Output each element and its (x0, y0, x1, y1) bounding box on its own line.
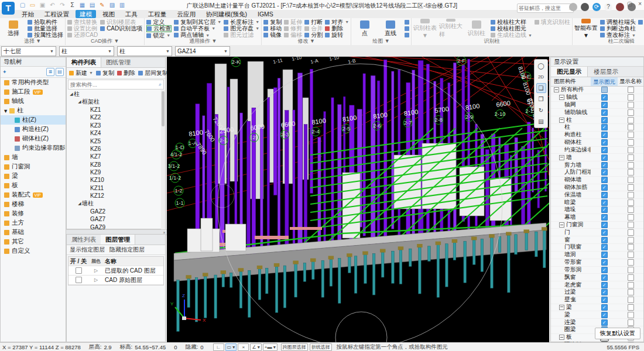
tree-item-KZ2[interactable]: KZ2 (67, 113, 165, 121)
expander-icon[interactable]: ◢ (69, 92, 74, 97)
show-element-checkbox[interactable]: ✓ (601, 94, 608, 101)
2d-icon[interactable]: 2D (536, 72, 546, 82)
show-element-checkbox[interactable]: ✓ (601, 274, 608, 281)
ribbon-button-点[interactable]: 点 (353, 19, 376, 39)
show-element-checkbox[interactable]: ✓ (601, 207, 608, 213)
ribbon-group-label[interactable]: 修改 ▼ (262, 37, 351, 45)
sidebar-item-板[interactable]: 板 (1, 181, 66, 190)
sidebar-item-梁[interactable]: 梁 (1, 171, 66, 181)
sidebar-item-自定义[interactable]: 自定义 (1, 246, 66, 256)
show-name-checkbox[interactable] (628, 274, 634, 281)
layer-row[interactable]: ▷已提取的 CAD 图层 (68, 266, 163, 276)
toolbar-button-新建[interactable]: 新建▼ (69, 70, 93, 76)
category-dropdown[interactable]: 柱▼ (59, 46, 114, 56)
sidebar-item-施工段[interactable]: 施工段VIP (1, 87, 66, 97)
expander-icon[interactable]: ◢ (77, 99, 82, 104)
ribbon-button-识别柱大样[interactable]: 识别柱大样 (439, 19, 463, 39)
show-element-checkbox[interactable]: ✓ (601, 282, 608, 288)
undo-icon[interactable]: ↶ (49, 1, 56, 9)
sidebar-item-柱[interactable]: ▾柱 (1, 106, 66, 115)
panel-view-icon[interactable]: ▤ (56, 68, 64, 76)
collapse-icon[interactable] (554, 87, 559, 92)
ribbon-item-填充识别柱[interactable]: 填充识别柱 (535, 19, 570, 25)
show-name-checkbox[interactable] (628, 237, 634, 243)
save-icon[interactable]: ▣ (39, 1, 46, 9)
sidebar-item-柱(Z)[interactable]: 柱(Z) (1, 115, 66, 125)
tab-构件列表[interactable]: 构件列表 (67, 57, 101, 67)
ribbon-group-label[interactable]: 选择 ▼ (0, 37, 65, 45)
show-element-checkbox[interactable]: ✓ (601, 154, 608, 161)
collapse-icon[interactable] (559, 155, 564, 160)
tab-建模[interactable]: 建模 (76, 10, 96, 18)
tree-item-KZ3[interactable]: KZ3 (67, 122, 165, 129)
show-element-checkbox[interactable]: ✓ (601, 132, 608, 138)
sidebar-item-常用构件类型[interactable]: 常用构件类型 (1, 78, 66, 87)
ribbon-group-label[interactable]: 绘图 ▼ (351, 37, 411, 45)
tree-item-KZ7[interactable]: KZ7 (67, 153, 165, 160)
show-name-checkbox[interactable] (628, 154, 634, 161)
show-element-checkbox[interactable]: ✓ (601, 192, 608, 198)
tree-item-GAZ2[interactable]: GAZ2 (67, 208, 165, 215)
toolbar-button-删除[interactable]: 删除 (117, 70, 135, 76)
tree-item-KZ8[interactable]: KZ8 (67, 161, 165, 168)
collapse-icon[interactable] (559, 222, 564, 228)
sidebar-item-土方[interactable]: 土方 (1, 218, 66, 228)
sidebar-item-装修[interactable]: 装修 (1, 209, 66, 218)
tab-图纸管理[interactable]: 图纸管理 (101, 57, 135, 67)
show-element-checkbox[interactable]: ✓ (601, 184, 608, 191)
collapse-icon[interactable] (559, 335, 564, 340)
show-element-checkbox[interactable]: ✓ (601, 162, 608, 168)
sidebar-item-墙[interactable]: 墙 (1, 153, 66, 162)
cube-icon[interactable]: ❏ (536, 83, 546, 93)
show-element-checkbox[interactable] (601, 87, 608, 93)
collapse-icon[interactable] (559, 95, 564, 100)
show-name-checkbox[interactable] (628, 124, 634, 130)
ribbon-item-弧[interactable] (405, 19, 409, 25)
show-name-checkbox[interactable] (628, 199, 634, 206)
show-name-checkbox[interactable] (628, 252, 634, 258)
tab-工程设置[interactable]: 工程设置 (40, 10, 73, 18)
sidebar-item-楼梯[interactable]: 楼梯 (1, 199, 66, 209)
tree-item-KZ5[interactable]: KZ5 (67, 137, 165, 144)
pin-icon[interactable]: ✦ (2, 69, 7, 75)
show-name-checkbox[interactable] (628, 297, 634, 303)
ribbon-group-label[interactable]: CAD操作 ▼ (66, 37, 144, 45)
new-file-icon[interactable]: ▢ (19, 1, 26, 9)
show-name-checkbox[interactable] (628, 94, 634, 101)
sum-icon[interactable]: Σ (68, 1, 76, 9)
minimize-button[interactable]: – (618, 0, 621, 8)
sidebar-item-基础[interactable]: 基础 (1, 228, 66, 237)
show-element-checkbox[interactable]: ✓ (601, 177, 608, 183)
ribbon-button-智能布置[interactable]: 智能布置▼ (574, 19, 598, 39)
show-element-checkbox[interactable]: ✓ (601, 169, 608, 176)
toolbar-button-复制[interactable]: 复制 (96, 70, 114, 76)
show-name-checkbox[interactable] (628, 177, 634, 183)
layer-checkbox[interactable] (76, 267, 82, 274)
orbit-icon[interactable]: ◯ (536, 61, 546, 71)
sidebar-item-其它[interactable]: 其它 (1, 237, 66, 246)
show-name-checkbox[interactable] (628, 244, 634, 250)
component-search-box[interactable]: ⌕ (68, 80, 164, 90)
show-name-checkbox[interactable] (628, 87, 634, 93)
ribbon-button-识别柱[interactable]: 识别柱 (465, 19, 488, 39)
append-button[interactable]: +▬ ▾ (263, 343, 278, 351)
show-element-checkbox[interactable]: ✓ (601, 319, 608, 326)
type-dropdown[interactable]: 柱▼ (117, 46, 172, 56)
tree-item-柱[interactable]: ◢柱 (67, 90, 165, 98)
help-icon[interactable]: ? (604, 3, 612, 11)
grid-icon[interactable]: ▨ (108, 1, 116, 9)
ribbon-item-CAD识别选项[interactable]: CAD识别选项 (100, 25, 142, 32)
show-element-checkbox[interactable]: ✓ (601, 109, 608, 116)
rect-select-button[interactable]: ▭ ▾ (225, 343, 237, 351)
show-element-checkbox[interactable]: ✓ (601, 267, 608, 273)
show-element-checkbox[interactable]: ✓ (601, 117, 608, 123)
show-name-checkbox[interactable] (628, 259, 634, 266)
ribbon-group-label[interactable]: 通用操作 ▼ (145, 37, 261, 45)
sidebar-item-砌体柱(Z)[interactable]: 砌体柱(Z) (1, 134, 66, 143)
show-element-checkbox[interactable]: ✓ (601, 289, 608, 295)
tab-图层管理[interactable]: 图层管理 (101, 235, 135, 245)
sidebar-item-约束边缘非阴影区(Z)[interactable]: 约束边缘非阴影区(Z) (1, 143, 66, 153)
component-search-input[interactable] (68, 81, 159, 88)
show-name-checkbox[interactable] (628, 117, 634, 123)
show-element-checkbox[interactable]: ✓ (601, 237, 608, 243)
